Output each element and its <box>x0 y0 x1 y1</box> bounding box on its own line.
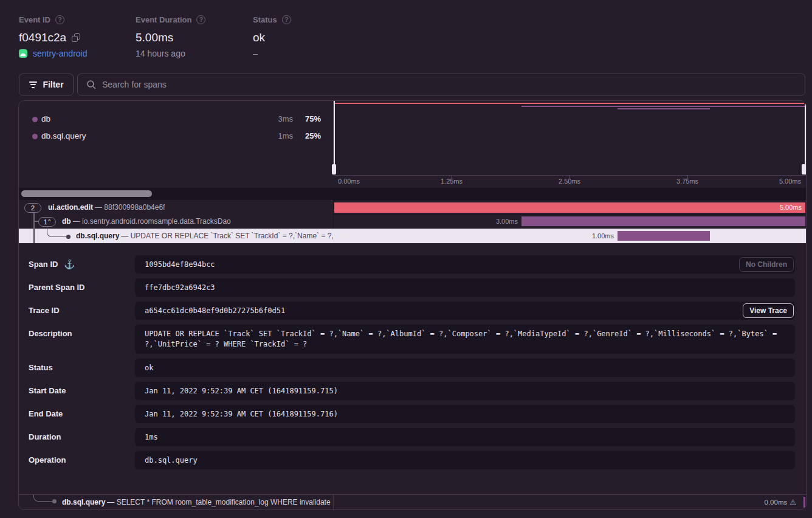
span-children-badge[interactable]: 2 <box>24 203 41 213</box>
detail-label-span-id: Span ID <box>29 255 58 274</box>
detail-label-operation: Operation <box>29 451 66 469</box>
status-sub: – <box>253 49 258 58</box>
detail-label-start-date: Start Date <box>29 382 66 400</box>
legend-dot-query <box>32 134 38 139</box>
minimap-span-root <box>335 103 804 104</box>
detail-label-description: Description <box>29 325 72 343</box>
detail-value-description: UPDATE OR REPLACE `Track` SET `TrackId` … <box>135 325 795 354</box>
minimap-grip-left[interactable] <box>332 164 336 174</box>
chevron-up-icon: ^ <box>48 218 50 224</box>
axis-label-0: 0.00ms <box>338 178 360 185</box>
span-row-last-query[interactable]: db.sql.query— SELECT * FROM room_table_m… <box>62 495 333 509</box>
search-icon <box>86 80 96 89</box>
row-divider <box>333 214 806 215</box>
search-box[interactable] <box>77 74 805 95</box>
axis-label-2: 2.50ms <box>554 178 585 185</box>
detail-label-duration: Duration <box>29 428 61 446</box>
legend-op-db[interactable]: db <box>41 114 50 124</box>
tree-connector-elbow <box>33 495 52 502</box>
search-input[interactable] <box>102 80 710 89</box>
minimap-span-db <box>521 106 805 107</box>
minimap-grip-right[interactable] <box>802 164 806 174</box>
axis-label-3: 3.75ms <box>672 178 703 185</box>
tree-connector <box>34 221 38 222</box>
detail-label-end-date: End Date <box>29 405 63 423</box>
detail-value-operation: db.sql.query <box>135 451 795 469</box>
tree-connector-elbow <box>47 227 66 237</box>
event-id-value: f0491c2a <box>19 31 66 44</box>
span-bar-query[interactable] <box>618 231 710 241</box>
scrollbar-thumb[interactable] <box>21 190 152 197</box>
tree-connector-dot <box>66 235 71 239</box>
status-label: Status <box>253 15 277 24</box>
detail-value-status: ok <box>135 359 795 377</box>
span-row-db[interactable]: db— io.sentry.android.roomsample.data.Tr… <box>62 215 231 229</box>
status-block: Status? ok – <box>253 15 291 58</box>
legend-duration-db: 3ms <box>253 114 293 124</box>
span-bar-db[interactable] <box>521 216 805 226</box>
filter-button[interactable]: Filter <box>19 74 74 95</box>
tree-connector-dot <box>52 499 57 503</box>
legend-op-query[interactable]: db.sql.query <box>41 131 86 141</box>
tree-connector <box>33 229 35 243</box>
event-id-block: Event ID? f0491c2a sentry-android <box>19 15 88 58</box>
axis-label-1: 1.25ms <box>436 178 467 185</box>
event-duration-label: Event Duration <box>136 15 191 24</box>
legend-dot-db <box>32 117 38 122</box>
event-id-label: Event ID <box>19 15 50 24</box>
help-icon[interactable]: ? <box>55 15 64 24</box>
row-divider <box>333 200 806 201</box>
legend-duration-query: 1ms <box>253 131 293 141</box>
filter-icon <box>29 81 37 88</box>
detail-value-start-date: Jan 11, 2022 9:52:39 AM CET (1641891159.… <box>135 382 795 400</box>
span-bar-last-query[interactable] <box>803 497 805 508</box>
legend-percent-query: 25% <box>293 131 321 141</box>
status-value: ok <box>253 31 265 44</box>
detail-value-duration: 1ms <box>135 428 795 446</box>
span-bar-ui-action-edit[interactable]: 5.00ms <box>334 202 805 213</box>
axis-label-4: 5.00ms <box>771 178 801 185</box>
tree-column-divider <box>333 200 334 229</box>
anchor-icon[interactable]: ⚓ <box>64 255 75 274</box>
event-duration-block: Event Duration? 5.00ms 14 hours ago <box>136 15 205 58</box>
minimap-handle-left[interactable] <box>334 101 335 174</box>
bottom-column-divider <box>333 495 334 509</box>
help-icon[interactable]: ? <box>282 15 291 24</box>
event-duration-value: 5.00ms <box>136 31 173 44</box>
event-duration-ago: 14 hours ago <box>136 49 185 58</box>
minimap-handle-right[interactable] <box>805 101 806 174</box>
no-children-button[interactable]: No Children <box>739 257 794 272</box>
span-duration-db: 3.00ms <box>478 215 518 229</box>
copy-icon[interactable] <box>72 33 80 42</box>
span-duration-query: 1.00ms <box>574 229 614 243</box>
help-icon[interactable]: ? <box>196 15 205 24</box>
span-children-badge[interactable]: 1^ <box>38 217 56 227</box>
project-link[interactable]: sentry-android <box>33 49 88 58</box>
legend-percent-db: 75% <box>293 114 321 124</box>
minimap-span-query <box>618 108 710 109</box>
span-row-ui-action-edit[interactable]: ui.action.edit— 88f300998a0b4e6f <box>48 200 165 215</box>
detail-value-end-date: Jan 11, 2022 9:52:39 AM CET (1641891159.… <box>135 405 795 423</box>
detail-label-trace-id: Trace ID <box>29 302 60 320</box>
spans-panel: 0.00ms 1.25ms 2.50ms 3.75ms 5.00ms db 3m… <box>18 100 807 510</box>
detail-value-trace-id: a654cc61dc0b48ef9d0b27275b6f0d51 <box>135 302 795 320</box>
detail-value-parent-span-id: ffe7dbc92a6942c3 <box>135 278 795 297</box>
detail-label-status: Status <box>29 359 53 377</box>
span-row-query[interactable]: db.sql.query— UPDATE OR REPLACE `Track` … <box>76 229 333 243</box>
span-duration-last-query: 0.00ms⚠ <box>687 495 796 509</box>
detail-label-parent-span-id: Parent Span ID <box>29 278 84 297</box>
view-trace-button[interactable]: View Trace <box>743 303 794 318</box>
warning-icon: ⚠ <box>790 498 796 506</box>
android-icon <box>19 49 27 58</box>
detail-value-span-id: 1095bd4ef8e94bcc <box>135 255 795 274</box>
filter-button-label: Filter <box>43 80 63 89</box>
